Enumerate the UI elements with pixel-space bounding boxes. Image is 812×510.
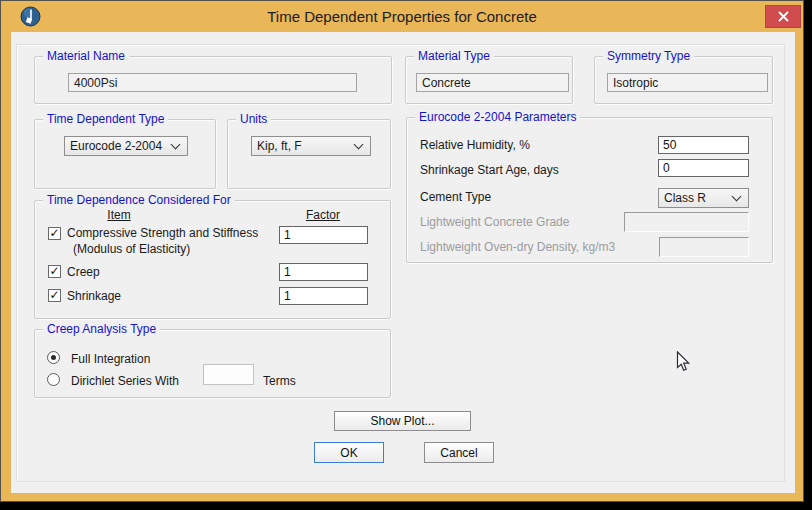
chevron-down-icon [171,139,181,149]
close-button[interactable] [765,5,801,28]
time-dependence-group-label: Time Dependence Considered For [43,193,235,207]
cement-type-value: Class R [664,191,733,205]
factor-column-header: Factor [293,208,353,222]
eurocode-params-group-label: Eurocode 2-2004 Parameters [415,110,580,124]
stiffness-sublabel: (Modulus of Elasticity) [73,242,190,256]
lightweight-grade-field [624,212,749,232]
relative-humidity-label: Relative Humidity, % [420,138,530,152]
dialog-window: Time Dependent Properties for Concrete M… [0,0,804,502]
shrinkage-start-age-label: Shrinkage Start Age, days [420,163,559,177]
chevron-down-icon [732,191,742,201]
units-group-label: Units [236,112,271,126]
title-bar[interactable]: Time Dependent Properties for Concrete [1,1,803,32]
check-icon: ✓ [49,228,59,238]
creep-label: Creep [67,265,100,279]
item-column-header: Item [89,208,149,222]
dirichlet-series-radio[interactable] [47,373,60,386]
chevron-down-icon [354,139,364,149]
creep-checkbox[interactable]: ✓ [48,265,61,278]
cancel-button[interactable]: Cancel [424,442,494,463]
dirichlet-terms-input [203,364,254,385]
symmetry-type-group-label: Symmetry Type [603,49,694,63]
shrinkage-start-age-input[interactable] [658,159,749,177]
units-dropdown[interactable]: Kip, ft, F [251,136,371,156]
material-type-field: Concrete [416,73,569,92]
material-type-group-label: Material Type [414,49,494,63]
units-value: Kip, ft, F [257,139,355,153]
close-icon [778,11,789,22]
full-integration-radio[interactable] [47,351,60,364]
symmetry-type-field: Isotropic [607,73,768,92]
creep-factor-input[interactable] [279,263,368,281]
show-plot-button[interactable]: Show Plot... [334,411,471,431]
window-title: Time Dependent Properties for Concrete [1,1,803,32]
stiffness-factor-input[interactable] [279,226,368,244]
full-integration-label: Full Integration [71,352,150,366]
cement-type-label: Cement Type [420,190,491,204]
check-icon: ✓ [49,266,59,276]
material-name-value: 4000Psi [74,76,117,90]
lightweight-density-field [659,237,749,257]
shrinkage-factor-input[interactable] [279,287,368,305]
lightweight-grade-label: Lightweight Concrete Grade [420,215,569,229]
creep-analysis-group-label: Creep Analysis Type [43,322,160,336]
shrinkage-checkbox[interactable]: ✓ [48,289,61,302]
ok-button[interactable]: OK [314,442,384,463]
symmetry-type-value: Isotropic [613,76,658,90]
material-name-field: 4000Psi [68,73,357,92]
shrinkage-label: Shrinkage [67,289,121,303]
cement-type-dropdown[interactable]: Class R [658,188,749,208]
terms-label: Terms [263,374,296,388]
stiffness-checkbox[interactable]: ✓ [48,227,61,240]
dialog-content: Material Name 4000Psi Material Type Conc… [11,32,795,493]
time-dependent-type-group-label: Time Dependent Type [43,112,168,126]
check-icon: ✓ [49,290,59,300]
mouse-cursor-icon [676,351,691,372]
lightweight-density-label: Lightweight Oven-dry Density, kg/m3 [420,240,615,254]
time-dependent-type-value: Eurocode 2-2004 [70,139,172,153]
relative-humidity-input[interactable] [658,136,749,154]
material-name-group-label: Material Name [43,49,129,63]
dirichlet-series-label: Dirichlet Series With [71,374,179,388]
material-type-value: Concrete [422,76,471,90]
stiffness-label: Compressive Strength and Stiffness [67,226,258,240]
time-dependent-type-dropdown[interactable]: Eurocode 2-2004 [64,136,188,156]
